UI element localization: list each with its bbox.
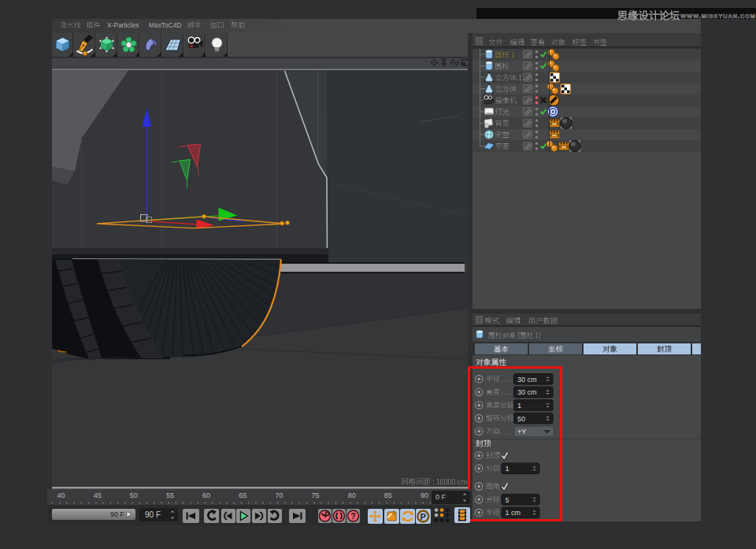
svg-text:WWW.MISSYUAN.COM: WWW.MISSYUAN.COM — [680, 13, 756, 20]
